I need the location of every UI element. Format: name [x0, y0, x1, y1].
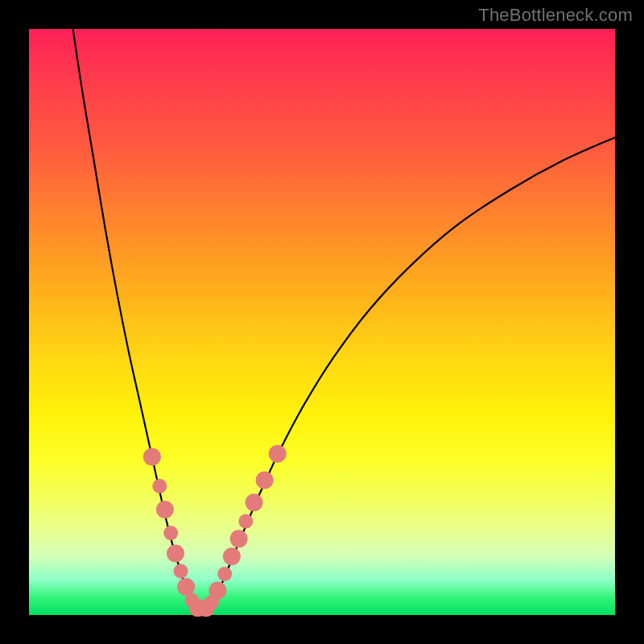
data-marker: [156, 501, 174, 518]
data-marker: [208, 581, 226, 599]
data-marker: [246, 493, 263, 511]
plot-area: [29, 29, 615, 615]
data-marker: [152, 479, 167, 493]
data-marker: [238, 514, 253, 529]
curve-layer: [29, 29, 615, 615]
data-marker: [230, 530, 248, 547]
data-marker: [269, 445, 287, 463]
curve-left-branch: [73, 29, 195, 607]
chart-frame: TheBottleneck.com: [0, 0, 644, 644]
data-marker: [143, 448, 161, 465]
data-marker: [217, 567, 232, 581]
data-marker: [256, 472, 274, 489]
data-marker: [223, 547, 241, 565]
data-marker: [177, 578, 195, 596]
data-marker: [167, 545, 184, 563]
marker-group: [143, 445, 287, 617]
curve-right-branch: [208, 138, 615, 607]
data-marker: [163, 526, 178, 540]
watermark-text: TheBottleneck.com: [478, 5, 633, 26]
data-marker: [174, 564, 188, 578]
